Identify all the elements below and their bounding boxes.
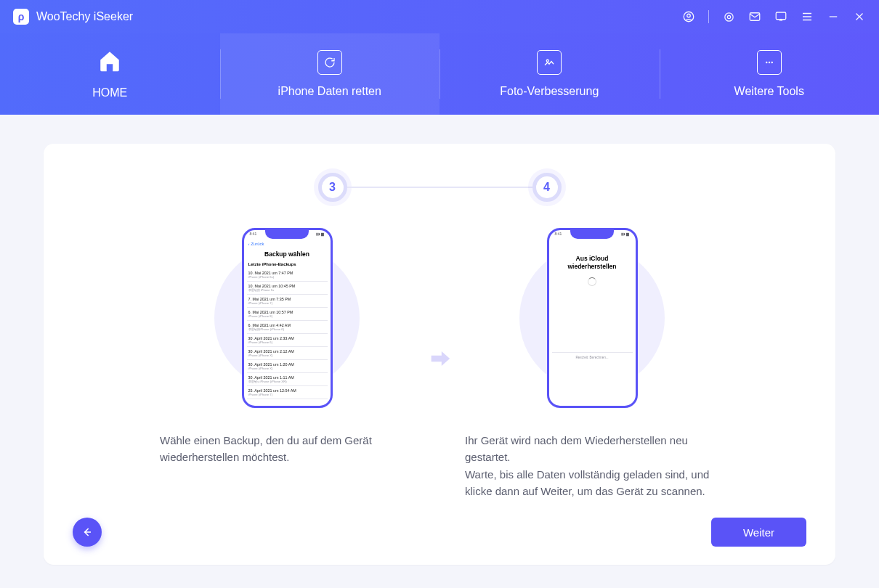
titlebar: ρ WooTechy iSeeker (0, 0, 879, 33)
list-item: 30. April 2021 um 1:11 AM李思敏's iPhone (i… (247, 373, 328, 386)
svg-point-7 (766, 62, 767, 63)
list-item: 6. Mai 2021 um 10:57 PMiPhone (iPhone 8) (247, 308, 328, 321)
main-nav: HOME iPhone Daten retten Foto-Verbesseru… (0, 33, 879, 115)
list-item: 10. Mai 2021 um 7:47 PMiPhone (iPhone 6s… (247, 269, 328, 282)
step-4-column: 8:41▮◗ ▆ Aus iCloudwiederherstellen Rest… (461, 220, 723, 499)
nav-recover[interactable]: iPhone Daten retten (220, 33, 440, 115)
list-item: 30. April 2021 um 2:12 AMiPhone (iPhone … (247, 347, 328, 360)
nav-more[interactable]: Weitere Tools (660, 33, 880, 115)
phone1-title: Backup wählen (247, 248, 328, 261)
svg-point-9 (771, 62, 772, 63)
step-badge-4: 4 (532, 173, 562, 202)
phone1-back-label: ‹ Zurück (247, 240, 328, 248)
svg-point-3 (727, 15, 730, 18)
phone1-subheader: Letzte iPhone-Backups (247, 261, 328, 269)
nav-recover-label: iPhone Daten retten (278, 85, 381, 98)
spinner-icon (588, 277, 596, 286)
content-card: 3 4 8:41▮◗ ▆ ‹ Zurück Backup wählen Letz… (44, 144, 835, 565)
next-button[interactable]: Weiter (711, 518, 806, 547)
nav-more-label: Weitere Tools (734, 85, 804, 98)
list-item: 10. Mai 2021 um 10:45 PM李思敏的 iPhone 5s (247, 282, 328, 295)
arrow-right-icon (427, 346, 452, 374)
menu-icon[interactable] (801, 10, 814, 23)
nav-photo-label: Foto-Verbesserung (500, 85, 599, 98)
mail-icon[interactable] (748, 10, 761, 23)
nav-home[interactable]: HOME (0, 33, 220, 115)
list-item: 25. April 2021 um 12:54 AMiPhone (iPhone… (247, 386, 328, 399)
close-icon[interactable] (853, 10, 866, 23)
more-icon (757, 50, 782, 75)
phone1-backup-list: 10. Mai 2021 um 7:47 PMiPhone (iPhone 6s… (247, 269, 328, 399)
step-3-column: 8:41▮◗ ▆ ‹ Zurück Backup wählen Letzte i… (156, 220, 418, 466)
phone-mock-backup: 8:41▮◗ ▆ ‹ Zurück Backup wählen Letzte i… (242, 228, 333, 408)
app-logo: ρ (13, 9, 29, 25)
svg-point-8 (769, 62, 770, 63)
svg-point-6 (547, 60, 549, 62)
phone-mock-restore: 8:41▮◗ ▆ Aus iCloudwiederherstellen Rest… (547, 228, 638, 408)
steps-header: 3 4 (87, 173, 792, 202)
svg-rect-5 (776, 12, 786, 20)
nav-home-label: HOME (92, 86, 127, 99)
list-item: 30. April 2021 um 2:33 AMiPhone (iPhone … (247, 334, 328, 347)
step-connector (347, 187, 532, 188)
target-icon[interactable] (722, 10, 735, 23)
svg-point-2 (724, 12, 732, 20)
feedback-icon[interactable] (774, 10, 787, 23)
list-item: 7. Mai 2021 um 7:35 PMiPhone (iPhone 7) (247, 295, 328, 308)
svg-point-1 (687, 14, 691, 17)
phone2-title: Aus iCloudwiederherstellen (552, 240, 633, 270)
step-3-caption: Wähle einen Backup, den du auf dem Gerät… (156, 432, 418, 466)
account-icon[interactable] (682, 10, 695, 23)
app-title: WooTechy iSeeker (36, 10, 133, 23)
home-icon (97, 49, 122, 76)
refresh-icon (317, 50, 342, 75)
nav-photo[interactable]: Foto-Verbesserung (440, 33, 660, 115)
minimize-icon[interactable] (827, 10, 840, 23)
step-4-caption: Ihr Gerät wird nach dem Wiederherstellen… (461, 432, 723, 499)
step-badge-3: 3 (318, 173, 347, 202)
list-item: 6. Mai 2021 um 4:42 AM李思敏的iPhone (iPhone… (247, 321, 328, 334)
back-button[interactable] (73, 518, 102, 547)
photo-icon (537, 50, 562, 75)
list-item: 30. April 2021 um 1:20 AMiPhone (iPhone … (247, 360, 328, 373)
phone2-sub: Restzeit: Berechnen... (552, 352, 633, 359)
